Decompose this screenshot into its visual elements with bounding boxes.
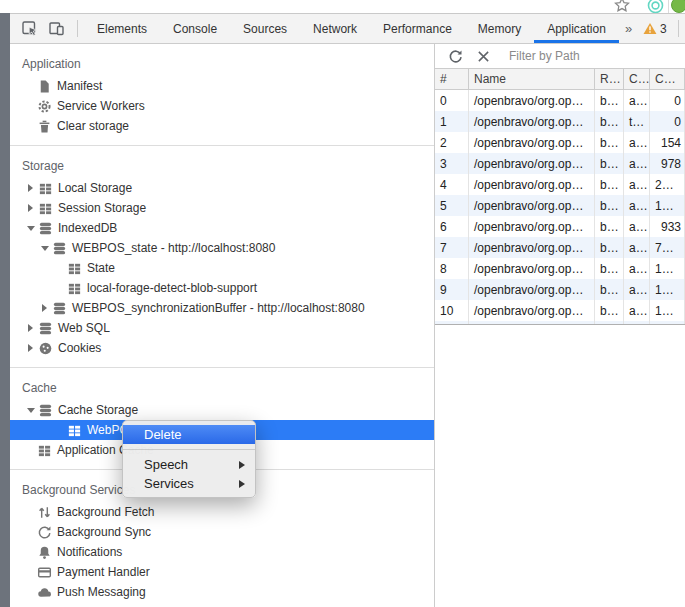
submenu-arrow-icon — [239, 480, 245, 488]
profile-avatar[interactable] — [671, 0, 685, 13]
sidebar-item-background-fetch[interactable]: Background Fetch — [10, 502, 434, 522]
sidebar-item-web-sql[interactable]: Web SQL — [10, 318, 434, 338]
filter-input[interactable] — [503, 48, 685, 64]
column-header[interactable]: # — [435, 69, 469, 89]
sidebar-item-notifications[interactable]: Notifications — [10, 542, 434, 562]
sidebar-item-cookies[interactable]: Cookies — [10, 338, 434, 358]
tab-elements[interactable]: Elements — [84, 14, 160, 43]
table-row[interactable]: 8/openbravo/org.op…b…a…1… — [435, 258, 685, 279]
devtools-tabs: ElementsConsoleSourcesNetworkPerformance… — [84, 14, 619, 43]
tab-sources[interactable]: Sources — [230, 14, 300, 43]
table-row[interactable]: 3/openbravo/org.op…b…a…978 — [435, 153, 685, 174]
table-row[interactable]: 6/openbravo/org.op…b…a…933 — [435, 216, 685, 237]
chevron-right-icon[interactable] — [24, 198, 37, 218]
tab-network[interactable]: Network — [300, 14, 370, 43]
table-row[interactable]: 5/openbravo/org.op…b…a…1… — [435, 195, 685, 216]
menu-item-delete[interactable]: Delete — [123, 425, 255, 444]
payment-card-icon — [36, 564, 52, 580]
tab-application[interactable]: Application — [534, 14, 619, 43]
devtools-toolbar: ElementsConsoleSourcesNetworkPerformance… — [10, 14, 685, 44]
table-cell: 1 — [435, 111, 469, 132]
chevron-right-icon[interactable] — [24, 338, 37, 358]
sidebar-item-webpos-synchronizationbuffer[interactable]: WEBPOS_synchronizationBuffer - http://lo… — [10, 298, 434, 318]
chevron-down-icon[interactable] — [24, 218, 37, 238]
table-cell: /openbravo/org.op… — [469, 174, 595, 195]
table-cell: b… — [595, 321, 624, 324]
column-header[interactable]: Name — [469, 69, 595, 89]
chevron-right-icon[interactable] — [24, 318, 37, 338]
table-row[interactable]: 1/openbravo/org.op…b…t…0 — [435, 111, 685, 132]
sidebar-item-payment-handler[interactable]: Payment Handler — [10, 562, 434, 582]
menu-item-label: Speech — [144, 457, 188, 472]
table-cell: a… — [624, 258, 650, 279]
table-header: #NameR…C…C… — [435, 69, 685, 90]
device-toolbar-icon[interactable] — [47, 20, 65, 38]
item-label: local-forage-detect-blob-support — [87, 281, 257, 295]
sidebar-item-local-storage[interactable]: Local Storage — [10, 178, 434, 198]
menu-item-label: Delete — [144, 427, 182, 442]
chevron-down-icon[interactable] — [38, 238, 51, 258]
table-cell: /openbravo/org.op… — [469, 258, 595, 279]
table-cell: b… — [595, 237, 624, 258]
table-row[interactable]: 7/openbravo/org.op…b…a…7… — [435, 237, 685, 258]
table-row[interactable]: 11/openbravo/org.op…b…a…1… — [435, 321, 685, 324]
table-cell: 978 — [650, 153, 685, 174]
refresh-icon[interactable] — [447, 48, 463, 64]
chevron-right-icon[interactable] — [38, 298, 51, 318]
tab-performance[interactable]: Performance — [370, 14, 465, 43]
bookmark-star-icon[interactable] — [614, 0, 630, 13]
table-row[interactable]: 2/openbravo/org.op…b…a…154 — [435, 132, 685, 153]
sidebar-item-background-sync[interactable]: Background Sync — [10, 522, 434, 542]
sync-icon — [36, 524, 52, 540]
extension-badge-icon[interactable] — [647, 0, 664, 13]
chevron-right-icon[interactable] — [24, 178, 37, 198]
database-icon — [51, 300, 67, 316]
sidebar-item-clear-storage[interactable]: Clear storage — [10, 116, 434, 136]
tab-memory[interactable]: Memory — [465, 14, 534, 43]
table-cell: b… — [595, 300, 624, 321]
cookie-icon — [37, 340, 53, 356]
table-cell: b… — [595, 153, 624, 174]
table-row[interactable]: 9/openbravo/org.op…b…a…1… — [435, 279, 685, 300]
table-cell: 2… — [650, 174, 685, 195]
item-label: Push Messaging — [57, 585, 146, 599]
sidebar-item-session-storage[interactable]: Session Storage — [10, 198, 434, 218]
table-cell: b… — [595, 111, 624, 132]
clear-icon[interactable] — [475, 48, 491, 64]
application-sidebar: ApplicationManifestService WorkersClear … — [10, 44, 435, 607]
table-cell: /openbravo/org.op… — [469, 195, 595, 216]
sidebar-item-webpos-state[interactable]: WEBPOS_state - http://localhost:8080 — [10, 238, 434, 258]
sidebar-item-state[interactable]: State — [10, 258, 434, 278]
table-cell: 1… — [650, 300, 685, 321]
sidebar-item-indexeddb[interactable]: IndexedDB — [10, 218, 434, 238]
table-cell: 0 — [435, 90, 469, 111]
sidebar-item-manifest[interactable]: Manifest — [10, 76, 434, 96]
sidebar-item-cache-storage[interactable]: Cache Storage — [10, 400, 434, 420]
inspect-element-icon[interactable] — [20, 20, 38, 38]
sidebar-item-local-forage-detect-blob-support[interactable]: local-forage-detect-blob-support — [10, 278, 434, 298]
console-warning-badge[interactable]: 3 — [638, 22, 672, 36]
column-header[interactable]: C… — [624, 69, 650, 89]
toolbar-divider — [77, 20, 78, 37]
item-label: Background Sync — [57, 525, 151, 539]
sidebar-item-service-workers[interactable]: Service Workers — [10, 96, 434, 116]
menu-item-services[interactable]: Services — [123, 474, 255, 493]
tab-console[interactable]: Console — [160, 14, 230, 43]
sidebar-item-push-messaging[interactable]: Push Messaging — [10, 582, 434, 602]
column-header[interactable]: C… — [650, 69, 685, 89]
item-label: Web SQL — [58, 321, 110, 335]
table-cell: b… — [595, 279, 624, 300]
table-row[interactable]: 10/openbravo/org.op…b…a…1… — [435, 300, 685, 321]
table-cell: a… — [624, 321, 650, 324]
menu-item-speech[interactable]: Speech — [123, 455, 255, 474]
chevron-down-icon[interactable] — [24, 400, 37, 420]
section-title: Cache — [10, 368, 434, 400]
table-cell: /openbravo/org.op… — [469, 132, 595, 153]
more-tabs-icon[interactable]: » — [619, 21, 638, 36]
database-icon — [37, 402, 53, 418]
column-header[interactable]: R… — [595, 69, 624, 89]
item-label: Notifications — [57, 545, 122, 559]
table-row[interactable]: 0/openbravo/org.op…b…a…0 — [435, 90, 685, 111]
table-row[interactable]: 4/openbravo/org.op…b…a…2… — [435, 174, 685, 195]
cache-panel-toolbar — [435, 44, 685, 69]
